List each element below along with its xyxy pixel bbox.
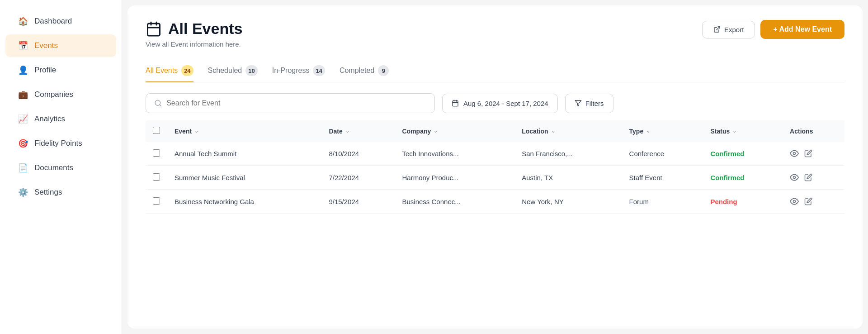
sidebar-item-companies[interactable]: 💼 Companies <box>5 83 116 106</box>
edit-icon <box>804 173 812 181</box>
edit-button[interactable] <box>804 197 812 205</box>
edit-button[interactable] <box>804 149 812 157</box>
view-button[interactable] <box>790 173 799 182</box>
view-button[interactable] <box>790 197 799 206</box>
event-name: Business Networking Gala <box>167 190 321 214</box>
row-checkbox-cell <box>146 190 167 214</box>
profile-icon: 👤 <box>18 65 28 75</box>
event-company: Business Connec... <box>395 190 514 214</box>
event-location: Austin, TX <box>514 166 622 190</box>
table-row: Summer Music Festival 7/22/2024 Harmony … <box>146 166 844 190</box>
tab-badge: 24 <box>181 65 193 76</box>
column-header-company[interactable]: Company⌄ <box>395 120 514 142</box>
eye-icon <box>790 197 799 206</box>
add-label: + Add New Event <box>773 25 832 33</box>
column-header-date[interactable]: Date⌄ <box>321 120 395 142</box>
edit-button[interactable] <box>804 173 812 181</box>
sidebar-label-events: Events <box>34 41 58 50</box>
sidebar-item-events[interactable]: 📅 Events <box>5 34 116 57</box>
tab-all-events[interactable]: All Events 24 <box>146 60 193 82</box>
sort-icon: ⌄ <box>434 128 438 134</box>
tab-label: Completed <box>340 67 374 75</box>
sidebar-item-profile[interactable]: 👤 Profile <box>5 59 116 81</box>
svg-marker-11 <box>575 100 581 106</box>
tab-completed[interactable]: Completed 9 <box>340 60 389 82</box>
edit-icon <box>804 197 812 205</box>
event-name: Annual Tech Summit <box>167 142 321 166</box>
svg-rect-0 <box>148 24 160 36</box>
event-status: Pending <box>703 190 783 214</box>
dashboard-icon: 🏠 <box>18 16 28 26</box>
eye-icon <box>790 149 799 158</box>
row-checkbox-cell <box>146 142 167 166</box>
tab-badge: 9 <box>378 65 389 76</box>
event-type: Forum <box>622 190 703 214</box>
export-label: Export <box>724 26 744 33</box>
sort-icon: ⌄ <box>732 128 736 134</box>
svg-rect-7 <box>453 101 458 106</box>
row-checkbox[interactable] <box>153 149 160 157</box>
documents-icon: 📄 <box>18 163 28 173</box>
edit-icon <box>804 149 812 157</box>
export-icon <box>713 26 721 33</box>
sidebar-item-dashboard[interactable]: 🏠 Dashboard <box>5 10 116 33</box>
sidebar-item-analytics[interactable]: 📈 Analytics <box>5 108 116 130</box>
sidebar: 🏠 Dashboard 📅 Events 👤 Profile 💼 Compani… <box>0 0 122 334</box>
sidebar-label-analytics: Analytics <box>34 115 65 124</box>
search-input[interactable] <box>166 99 426 107</box>
svg-point-12 <box>793 153 796 155</box>
page-title: All Events <box>146 20 242 38</box>
sidebar-item-documents[interactable]: 📄 Documents <box>5 157 116 179</box>
sort-icon: ⌄ <box>345 128 349 134</box>
tab-badge: 14 <box>313 65 325 76</box>
event-date: 9/15/2024 <box>321 190 395 214</box>
row-checkbox[interactable] <box>153 197 160 205</box>
tab-label: In-Progress <box>272 67 310 75</box>
sidebar-label-fidelity-points: Fidelity Points <box>34 139 82 148</box>
tab-label: Scheduled <box>208 67 242 75</box>
table-row: Annual Tech Summit 8/10/2024 Tech Innova… <box>146 142 844 166</box>
event-location: New York, NY <box>514 190 622 214</box>
page-title-text: All Events <box>168 20 242 38</box>
column-header-type[interactable]: Type⌄ <box>622 120 703 142</box>
date-range-button[interactable]: Aug 6, 2024 - Sept 17, 2024 <box>442 94 558 113</box>
calendar-icon <box>146 21 162 37</box>
page-subtitle: View all Event information here. <box>146 40 242 48</box>
select-all-header <box>146 120 167 142</box>
events-table: Event⌄Date⌄Company⌄Location⌄Type⌄Status⌄… <box>146 120 844 214</box>
sort-icon: ⌄ <box>646 128 650 134</box>
tab-scheduled[interactable]: Scheduled 10 <box>208 60 258 82</box>
column-header-actions: Actions <box>783 120 844 142</box>
select-all-checkbox[interactable] <box>153 127 160 134</box>
svg-point-13 <box>793 177 796 179</box>
filters-label: Filters <box>585 100 604 107</box>
svg-point-14 <box>793 200 796 203</box>
event-actions <box>783 166 844 190</box>
events-table-container: Event⌄Date⌄Company⌄Location⌄Type⌄Status⌄… <box>146 120 844 314</box>
export-button[interactable]: Export <box>702 21 755 38</box>
column-header-event[interactable]: Event⌄ <box>167 120 321 142</box>
sidebar-item-settings[interactable]: ⚙️ Settings <box>5 181 116 204</box>
tab-label: All Events <box>146 67 178 75</box>
event-actions <box>783 190 844 214</box>
sidebar-item-fidelity-points[interactable]: 🎯 Fidelity Points <box>5 132 116 155</box>
filters-button[interactable]: Filters <box>565 94 613 113</box>
add-new-event-button[interactable]: + Add New Event <box>760 20 844 39</box>
table-header: Event⌄Date⌄Company⌄Location⌄Type⌄Status⌄… <box>146 120 844 142</box>
filters-icon <box>575 100 582 107</box>
column-header-status[interactable]: Status⌄ <box>703 120 783 142</box>
table-body: Annual Tech Summit 8/10/2024 Tech Innova… <box>146 142 844 214</box>
table-row: Business Networking Gala 9/15/2024 Busin… <box>146 190 844 214</box>
search-icon <box>154 99 162 107</box>
date-range-text: Aug 6, 2024 - Sept 17, 2024 <box>463 100 548 107</box>
title-group: All Events View all Event information he… <box>146 20 242 48</box>
column-header-location[interactable]: Location⌄ <box>514 120 622 142</box>
row-checkbox-cell <box>146 166 167 190</box>
svg-line-4 <box>717 27 720 30</box>
row-checkbox[interactable] <box>153 173 160 181</box>
sort-icon: ⌄ <box>194 128 198 134</box>
tab-in-progress[interactable]: In-Progress 14 <box>272 60 325 82</box>
view-button[interactable] <box>790 149 799 158</box>
event-name: Summer Music Festival <box>167 166 321 190</box>
sidebar-label-profile: Profile <box>34 66 56 75</box>
